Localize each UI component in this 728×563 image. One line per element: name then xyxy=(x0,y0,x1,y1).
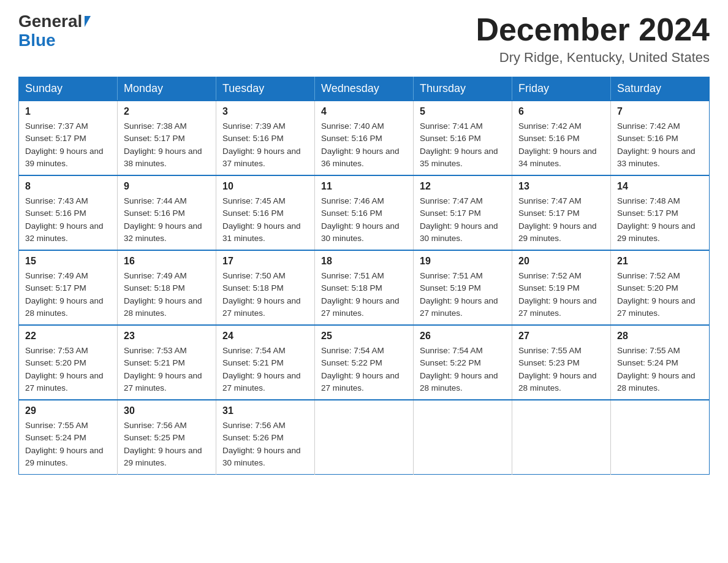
day-info: Sunrise: 7:52 AMSunset: 5:20 PMDaylight:… xyxy=(617,270,703,320)
day-number: 3 xyxy=(222,106,308,117)
day-info: Sunrise: 7:49 AMSunset: 5:18 PMDaylight:… xyxy=(124,270,210,320)
calendar-week-4: 22Sunrise: 7:53 AMSunset: 5:20 PMDayligh… xyxy=(19,325,710,400)
calendar-cell: 29Sunrise: 7:55 AMSunset: 5:24 PMDayligh… xyxy=(19,400,118,475)
calendar-cell: 7Sunrise: 7:42 AMSunset: 5:16 PMDaylight… xyxy=(611,101,710,175)
calendar-cell: 17Sunrise: 7:50 AMSunset: 5:18 PMDayligh… xyxy=(216,250,315,325)
day-number: 7 xyxy=(617,106,703,117)
calendar-cell: 12Sunrise: 7:47 AMSunset: 5:17 PMDayligh… xyxy=(414,175,512,250)
column-header-friday: Friday xyxy=(512,77,611,101)
calendar-cell: 26Sunrise: 7:54 AMSunset: 5:22 PMDayligh… xyxy=(414,325,512,400)
day-info: Sunrise: 7:50 AMSunset: 5:18 PMDaylight:… xyxy=(222,270,308,320)
calendar-cell: 23Sunrise: 7:53 AMSunset: 5:21 PMDayligh… xyxy=(118,325,216,400)
calendar-cell: 2Sunrise: 7:38 AMSunset: 5:17 PMDaylight… xyxy=(118,101,216,175)
calendar-cell xyxy=(611,400,710,475)
day-number: 1 xyxy=(25,106,111,117)
day-info: Sunrise: 7:47 AMSunset: 5:17 PMDaylight:… xyxy=(518,195,604,245)
column-header-thursday: Thursday xyxy=(414,77,512,101)
day-number: 19 xyxy=(420,256,506,267)
day-info: Sunrise: 7:48 AMSunset: 5:17 PMDaylight:… xyxy=(617,195,703,245)
calendar-header-row: SundayMondayTuesdayWednesdayThursdayFrid… xyxy=(19,77,710,101)
calendar-cell: 31Sunrise: 7:56 AMSunset: 5:26 PMDayligh… xyxy=(216,400,315,475)
calendar-week-3: 15Sunrise: 7:49 AMSunset: 5:17 PMDayligh… xyxy=(19,250,710,325)
logo-general-text: General xyxy=(18,12,82,31)
day-info: Sunrise: 7:46 AMSunset: 5:16 PMDaylight:… xyxy=(321,195,407,245)
calendar-cell: 16Sunrise: 7:49 AMSunset: 5:18 PMDayligh… xyxy=(118,250,216,325)
location-title: Dry Ridge, Kentucky, United States xyxy=(476,50,710,66)
calendar-cell: 14Sunrise: 7:48 AMSunset: 5:17 PMDayligh… xyxy=(611,175,710,250)
calendar-cell: 6Sunrise: 7:42 AMSunset: 5:16 PMDaylight… xyxy=(512,101,611,175)
day-info: Sunrise: 7:45 AMSunset: 5:16 PMDaylight:… xyxy=(222,195,308,245)
column-header-saturday: Saturday xyxy=(611,77,710,101)
calendar-cell: 20Sunrise: 7:52 AMSunset: 5:19 PMDayligh… xyxy=(512,250,611,325)
day-number: 23 xyxy=(124,331,210,342)
day-info: Sunrise: 7:40 AMSunset: 5:16 PMDaylight:… xyxy=(321,120,407,170)
calendar-cell: 24Sunrise: 7:54 AMSunset: 5:21 PMDayligh… xyxy=(216,325,315,400)
calendar-cell xyxy=(512,400,611,475)
logo: General Blue xyxy=(18,12,91,50)
day-info: Sunrise: 7:42 AMSunset: 5:16 PMDaylight:… xyxy=(518,120,604,170)
day-info: Sunrise: 7:49 AMSunset: 5:17 PMDaylight:… xyxy=(25,270,111,320)
day-number: 4 xyxy=(321,106,407,117)
calendar-cell: 15Sunrise: 7:49 AMSunset: 5:17 PMDayligh… xyxy=(19,250,118,325)
day-number: 11 xyxy=(321,181,407,192)
logo-triangle-icon xyxy=(85,16,91,27)
day-number: 14 xyxy=(617,181,703,192)
day-info: Sunrise: 7:44 AMSunset: 5:16 PMDaylight:… xyxy=(124,195,210,245)
calendar-cell: 1Sunrise: 7:37 AMSunset: 5:17 PMDaylight… xyxy=(19,101,118,175)
calendar-cell: 19Sunrise: 7:51 AMSunset: 5:19 PMDayligh… xyxy=(414,250,512,325)
calendar-cell: 8Sunrise: 7:43 AMSunset: 5:16 PMDaylight… xyxy=(19,175,118,250)
column-header-monday: Monday xyxy=(118,77,216,101)
day-info: Sunrise: 7:38 AMSunset: 5:17 PMDaylight:… xyxy=(124,120,210,170)
calendar-cell: 3Sunrise: 7:39 AMSunset: 5:16 PMDaylight… xyxy=(216,101,315,175)
day-number: 8 xyxy=(25,181,111,192)
day-number: 12 xyxy=(420,181,506,192)
calendar-cell: 13Sunrise: 7:47 AMSunset: 5:17 PMDayligh… xyxy=(512,175,611,250)
day-number: 26 xyxy=(420,331,506,342)
calendar-cell: 5Sunrise: 7:41 AMSunset: 5:16 PMDaylight… xyxy=(414,101,512,175)
day-info: Sunrise: 7:53 AMSunset: 5:21 PMDaylight:… xyxy=(124,345,210,394)
calendar-cell: 22Sunrise: 7:53 AMSunset: 5:20 PMDayligh… xyxy=(19,325,118,400)
day-info: Sunrise: 7:42 AMSunset: 5:16 PMDaylight:… xyxy=(617,120,703,170)
day-number: 15 xyxy=(25,256,111,267)
day-info: Sunrise: 7:56 AMSunset: 5:26 PMDaylight:… xyxy=(222,419,308,469)
calendar-cell xyxy=(315,400,414,475)
day-info: Sunrise: 7:43 AMSunset: 5:16 PMDaylight:… xyxy=(25,195,111,245)
day-number: 5 xyxy=(420,106,506,117)
calendar-table: SundayMondayTuesdayWednesdayThursdayFrid… xyxy=(18,77,710,475)
day-number: 13 xyxy=(518,181,604,192)
calendar-cell: 4Sunrise: 7:40 AMSunset: 5:16 PMDaylight… xyxy=(315,101,414,175)
day-number: 29 xyxy=(25,405,111,416)
day-info: Sunrise: 7:56 AMSunset: 5:25 PMDaylight:… xyxy=(124,419,210,469)
day-number: 22 xyxy=(25,331,111,342)
calendar-cell: 27Sunrise: 7:55 AMSunset: 5:23 PMDayligh… xyxy=(512,325,611,400)
day-info: Sunrise: 7:51 AMSunset: 5:18 PMDaylight:… xyxy=(321,270,407,320)
day-info: Sunrise: 7:41 AMSunset: 5:16 PMDaylight:… xyxy=(420,120,506,170)
day-number: 16 xyxy=(124,256,210,267)
calendar-body: 1Sunrise: 7:37 AMSunset: 5:17 PMDaylight… xyxy=(19,101,710,475)
day-info: Sunrise: 7:55 AMSunset: 5:24 PMDaylight:… xyxy=(25,419,111,469)
calendar-week-1: 1Sunrise: 7:37 AMSunset: 5:17 PMDaylight… xyxy=(19,101,710,175)
day-info: Sunrise: 7:55 AMSunset: 5:24 PMDaylight:… xyxy=(617,345,703,394)
calendar-week-5: 29Sunrise: 7:55 AMSunset: 5:24 PMDayligh… xyxy=(19,400,710,475)
day-info: Sunrise: 7:52 AMSunset: 5:19 PMDaylight:… xyxy=(518,270,604,320)
day-info: Sunrise: 7:37 AMSunset: 5:17 PMDaylight:… xyxy=(25,120,111,170)
column-header-tuesday: Tuesday xyxy=(216,77,315,101)
day-info: Sunrise: 7:55 AMSunset: 5:23 PMDaylight:… xyxy=(518,345,604,394)
day-number: 24 xyxy=(222,331,308,342)
logo-blue-text: Blue xyxy=(18,31,56,50)
day-info: Sunrise: 7:54 AMSunset: 5:22 PMDaylight:… xyxy=(420,345,506,394)
title-block: December 2024 Dry Ridge, Kentucky, Unite… xyxy=(476,12,710,66)
day-number: 21 xyxy=(617,256,703,267)
calendar-cell: 10Sunrise: 7:45 AMSunset: 5:16 PMDayligh… xyxy=(216,175,315,250)
day-number: 2 xyxy=(124,106,210,117)
day-info: Sunrise: 7:54 AMSunset: 5:21 PMDaylight:… xyxy=(222,345,308,394)
day-number: 20 xyxy=(518,256,604,267)
day-number: 25 xyxy=(321,331,407,342)
day-number: 6 xyxy=(518,106,604,117)
day-number: 17 xyxy=(222,256,308,267)
calendar-cell: 11Sunrise: 7:46 AMSunset: 5:16 PMDayligh… xyxy=(315,175,414,250)
calendar-cell: 9Sunrise: 7:44 AMSunset: 5:16 PMDaylight… xyxy=(118,175,216,250)
calendar-cell: 18Sunrise: 7:51 AMSunset: 5:18 PMDayligh… xyxy=(315,250,414,325)
day-info: Sunrise: 7:47 AMSunset: 5:17 PMDaylight:… xyxy=(420,195,506,245)
day-info: Sunrise: 7:51 AMSunset: 5:19 PMDaylight:… xyxy=(420,270,506,320)
